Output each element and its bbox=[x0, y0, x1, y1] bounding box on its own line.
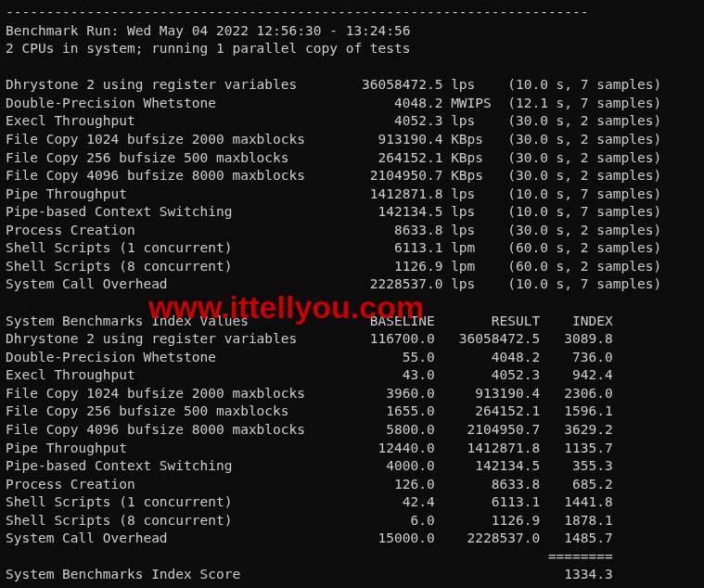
benchmark-output: ----------------------------------------… bbox=[0, 0, 704, 588]
